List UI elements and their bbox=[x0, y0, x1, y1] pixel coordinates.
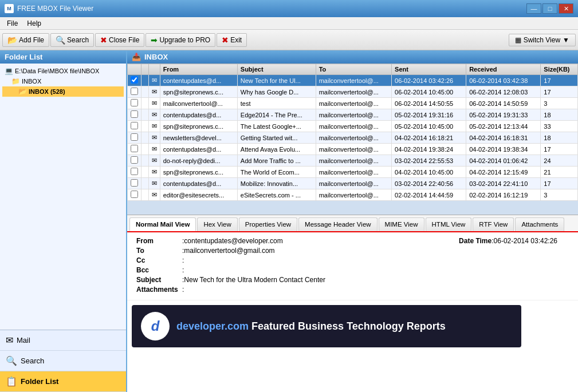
row-checkbox[interactable] bbox=[128, 155, 141, 167]
row-received: 06-02-2014 03:42:38 bbox=[466, 75, 541, 86]
tab-hex-view[interactable]: Hex View bbox=[197, 217, 237, 231]
row-size: 21 bbox=[541, 167, 578, 178]
maximize-button[interactable]: □ bbox=[542, 3, 557, 14]
row-checkbox[interactable] bbox=[128, 189, 141, 201]
menu-help[interactable]: Help bbox=[22, 18, 46, 29]
table-row[interactable]: ✉ spn@sitepronews.c... Why has Google D.… bbox=[128, 86, 578, 98]
row-checkbox[interactable] bbox=[128, 109, 141, 121]
folder-inbox-icon: 📂 bbox=[18, 88, 27, 96]
col-checkbox bbox=[128, 64, 141, 75]
email-table: From Subject To Sent Received Size(KB) ✉… bbox=[127, 64, 578, 201]
col-to[interactable]: To bbox=[316, 64, 391, 75]
col-size[interactable]: Size(KB) bbox=[541, 64, 578, 75]
folder-drive[interactable]: 💻 E:\Data File\MBOX file\INBOX bbox=[2, 66, 124, 76]
switch-view-arrow: ▼ bbox=[563, 36, 569, 44]
table-row[interactable]: ✉ mailconvertertool@... test mailconvert… bbox=[128, 98, 578, 109]
cc-label: Cc bbox=[136, 256, 182, 264]
col-sent[interactable]: Sent bbox=[392, 64, 466, 75]
row-flag bbox=[141, 132, 149, 144]
tab-attachments[interactable]: Attachments bbox=[515, 217, 564, 231]
row-received: 04-02-2014 16:18:31 bbox=[466, 132, 541, 144]
table-row[interactable]: ✉ spn@sitepronews.c... The World of Ecom… bbox=[128, 167, 578, 178]
row-received: 04-02-2014 19:38:34 bbox=[466, 144, 541, 155]
row-flag bbox=[141, 121, 149, 132]
row-checkbox[interactable] bbox=[128, 167, 141, 178]
row-subject: Getting Started wit... bbox=[237, 132, 316, 144]
add-file-button[interactable]: 📂 Add File bbox=[2, 33, 49, 47]
row-subject: Edge2014 - The Pre... bbox=[237, 109, 316, 121]
close-file-label: Close File bbox=[109, 36, 139, 44]
upgrade-button[interactable]: ➡ Upgrade to PRO bbox=[146, 33, 215, 47]
minimize-button[interactable]: — bbox=[526, 3, 541, 14]
row-subject: Attend Avaya Evolu... bbox=[237, 144, 316, 155]
folder-tree: 💻 E:\Data File\MBOX file\INBOX 📁 INBOX 📂… bbox=[0, 64, 126, 330]
row-size: 17 bbox=[541, 86, 578, 98]
nav-mail-label: Mail bbox=[17, 336, 30, 345]
close-window-button[interactable]: ✕ bbox=[559, 3, 573, 14]
row-sent: 03-02-2014 22:55:53 bbox=[392, 155, 466, 167]
row-mail-icon: ✉ bbox=[148, 155, 160, 167]
row-checkbox[interactable] bbox=[128, 86, 141, 98]
row-from: spn@sitepronews.c... bbox=[160, 167, 237, 178]
table-row[interactable]: ✉ spn@sitepronews.c... The Latest Google… bbox=[128, 121, 578, 132]
email-preview: From : contentupdates@developer.com To :… bbox=[127, 232, 578, 392]
folder-inbox-parent[interactable]: 📁 INBOX bbox=[2, 76, 124, 86]
cc-value bbox=[184, 256, 282, 264]
table-row[interactable]: ✉ contentupdates@d... New Tech for the U… bbox=[128, 75, 578, 86]
row-checkbox[interactable] bbox=[128, 144, 141, 155]
tab-html-view[interactable]: HTML View bbox=[426, 217, 472, 231]
table-row[interactable]: ✉ do-not-reply@dedi... Add More Traffic … bbox=[128, 155, 578, 167]
row-sent: 05-02-2014 19:31:16 bbox=[392, 109, 466, 121]
row-subject: The World of Ecom... bbox=[237, 167, 316, 178]
tab-rtf-view[interactable]: RTF View bbox=[473, 217, 514, 231]
folder-inbox-selected[interactable]: 📂 INBOX (528) bbox=[2, 86, 124, 97]
folder-list-icon: 📋 bbox=[6, 376, 17, 387]
col-received[interactable]: Received bbox=[466, 64, 541, 75]
switch-view-label: Switch View bbox=[524, 36, 560, 44]
row-sent: 06-02-2014 14:50:55 bbox=[392, 98, 466, 109]
tab-properties-view[interactable]: Properties View bbox=[239, 217, 297, 231]
search-toolbar-button[interactable]: 🔍 Search bbox=[50, 33, 94, 47]
email-header-details: From : contentupdates@developer.com To :… bbox=[127, 232, 578, 300]
title-bar: M FREE MBOX File Viewer — □ ✕ bbox=[0, 0, 578, 17]
close-file-button[interactable]: ✖ Close File bbox=[95, 33, 144, 47]
email-table-container[interactable]: From Subject To Sent Received Size(KB) ✉… bbox=[127, 64, 578, 215]
table-row[interactable]: ✉ newsletters@devel... Getting Started w… bbox=[128, 132, 578, 144]
table-row[interactable]: ✉ contentupdates@d... Attend Avaya Evolu… bbox=[128, 144, 578, 155]
menu-file[interactable]: File bbox=[2, 18, 22, 29]
header-from-row: From : contentupdates@developer.com bbox=[136, 237, 283, 245]
sidebar-nav-search[interactable]: 🔍 Search bbox=[0, 351, 126, 371]
col-subject[interactable]: Subject bbox=[237, 64, 316, 75]
developer-logo: d bbox=[141, 312, 170, 340]
folder-list-header: Folder List bbox=[0, 50, 126, 64]
row-mail-icon: ✉ bbox=[148, 189, 160, 201]
tab-mime-view[interactable]: MIME View bbox=[379, 217, 424, 231]
row-sent: 05-02-2014 10:45:00 bbox=[392, 121, 466, 132]
sidebar: Folder List 💻 E:\Data File\MBOX file\INB… bbox=[0, 50, 127, 392]
row-checkbox[interactable] bbox=[128, 121, 141, 132]
menu-bar: File Help bbox=[0, 17, 578, 30]
row-checkbox[interactable] bbox=[128, 98, 141, 109]
col-flag bbox=[141, 64, 149, 75]
table-row[interactable]: ✉ contentupdates@d... Edge2014 - The Pre… bbox=[128, 109, 578, 121]
folder-open-icon: 📁 bbox=[11, 77, 20, 85]
row-to: mailconvertertool@... bbox=[316, 155, 391, 167]
row-from: contentupdates@d... bbox=[160, 144, 237, 155]
sidebar-nav-mail[interactable]: ✉ Mail bbox=[0, 330, 126, 351]
row-flag bbox=[141, 189, 149, 201]
app-icon: M bbox=[5, 4, 14, 13]
table-row[interactable]: ✉ editor@esitesecrets... eSiteSecrets.co… bbox=[128, 189, 578, 201]
row-mail-icon: ✉ bbox=[148, 109, 160, 121]
switch-view-button[interactable]: ▦ Switch View ▼ bbox=[509, 34, 576, 46]
folder-inbox-label: INBOX (528) bbox=[29, 88, 65, 95]
tab-normal-mail-view[interactable]: Normal Mail View bbox=[129, 217, 196, 231]
row-checkbox[interactable] bbox=[128, 75, 141, 86]
row-checkbox[interactable] bbox=[128, 178, 141, 189]
row-checkbox[interactable] bbox=[128, 132, 141, 144]
sidebar-nav-folder-list[interactable]: 📋 Folder List bbox=[0, 371, 126, 392]
exit-button[interactable]: ✖ Exit bbox=[217, 33, 247, 47]
table-row[interactable]: ✉ contentupdates@d... Mobilize: Innovati… bbox=[128, 178, 578, 189]
col-from[interactable]: From bbox=[160, 64, 237, 75]
row-to: mailconvertertool@... bbox=[316, 167, 391, 178]
tab-message-header-view[interactable]: Message Header View bbox=[298, 217, 378, 231]
